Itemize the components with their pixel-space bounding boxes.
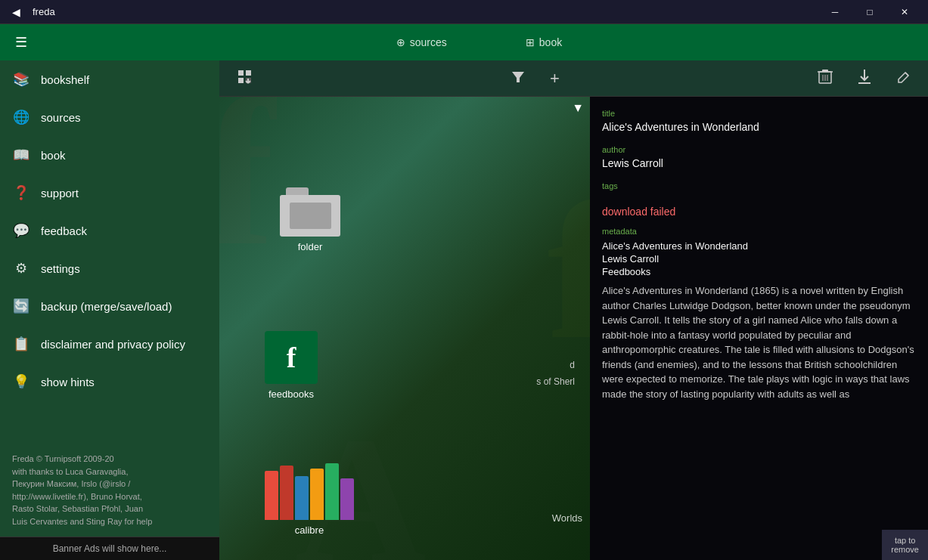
meta-book-author: Lewis Carroll xyxy=(602,253,916,265)
calibre-label: calibre xyxy=(295,524,324,536)
author-label: author xyxy=(602,145,916,154)
tap-to-remove-button[interactable]: tap to remove xyxy=(882,530,928,560)
maximize-button[interactable]: □ xyxy=(852,0,887,24)
svg-rect-2 xyxy=(246,70,251,76)
back-button[interactable]: ◀ xyxy=(6,3,26,21)
sources-nav-icon: ⊕ xyxy=(396,36,405,48)
sidebar-bookshelf-label: bookshelf xyxy=(41,73,89,86)
bookshelf-icon: 📚 xyxy=(12,71,30,88)
sidebar-disclaimer-label: disclaimer and privacy policy xyxy=(41,338,185,351)
app-title: freda xyxy=(33,6,55,17)
app-header: ☰ ⊕ sources ⊞ book xyxy=(0,24,928,60)
banner-text: Banner Ads will show here... xyxy=(53,543,167,554)
tags-label: tags xyxy=(602,181,916,190)
content-area: + xyxy=(219,60,928,560)
title-value: Alice's Adventures in Wonderland xyxy=(602,121,916,133)
folder-label: folder xyxy=(298,241,323,252)
window-controls: ─ □ ✕ xyxy=(818,0,922,24)
sidebar-book-label: book xyxy=(41,149,66,162)
svg-line-16 xyxy=(905,73,908,76)
sidebar-item-disclaimer[interactable]: 📋 disclaimer and privacy policy xyxy=(0,325,219,363)
sidebar-item-feedback[interactable]: 💬 feedback xyxy=(0,212,219,249)
content-toolbar: + xyxy=(219,60,928,97)
header-nav: ⊕ sources ⊞ book xyxy=(39,30,919,54)
book-nav-icon: ⊞ xyxy=(526,36,535,48)
banner-area: Banner Ads will show here... xyxy=(0,537,219,560)
book-list-item-2[interactable]: s of Sherl xyxy=(536,376,575,387)
minimize-button[interactable]: ─ xyxy=(818,0,852,24)
author-value: Lewis Carroll xyxy=(602,157,916,169)
hamburger-menu-button[interactable]: ☰ xyxy=(9,28,33,57)
sidebar-support-label: support xyxy=(41,187,79,200)
feedbooks-icon: f xyxy=(265,331,318,384)
feedback-icon: 💬 xyxy=(12,222,30,239)
edit-button[interactable] xyxy=(889,64,919,92)
sources-nav-label: sources xyxy=(410,36,447,48)
title-bar: ◀ freda ─ □ ✕ xyxy=(0,0,928,24)
download-button[interactable] xyxy=(849,63,880,93)
sidebar-item-bookshelf[interactable]: 📚 bookshelf xyxy=(0,60,219,98)
sidebar-backup-label: backup (merge/save/load) xyxy=(41,300,172,313)
hints-icon: 💡 xyxy=(12,373,30,390)
scroll-down-indicator[interactable]: ▼ xyxy=(572,101,584,115)
svg-rect-10 xyxy=(822,70,828,72)
disclaimer-icon: 📋 xyxy=(12,336,30,352)
sidebar-item-book[interactable]: 📖 book xyxy=(0,136,219,174)
svg-rect-1 xyxy=(238,78,244,83)
main-layout: 📚 bookshelf 🌐 sources 📖 book ❓ support 💬… xyxy=(0,60,928,560)
book-nav-item[interactable]: ⊞ book xyxy=(517,30,571,54)
add-button[interactable]: + xyxy=(542,64,567,93)
book-nav-label: book xyxy=(539,36,562,48)
settings-icon: ⚙ xyxy=(12,260,30,277)
sidebar-sources-label: sources xyxy=(41,111,81,124)
worlds-text: Worlds xyxy=(552,512,582,524)
metadata-panel: title Alice's Adventures in Wonderland a… xyxy=(590,97,928,560)
download-status: download failed xyxy=(602,206,916,218)
sidebar-item-settings[interactable]: ⚙ settings xyxy=(0,249,219,287)
sidebar-item-backup[interactable]: 🔄 backup (merge/save/load) xyxy=(0,287,219,325)
delete-button[interactable] xyxy=(810,63,840,93)
sidebar: 📚 bookshelf 🌐 sources 📖 book ❓ support 💬… xyxy=(0,60,219,560)
folder-source-item[interactable]: folder xyxy=(280,187,340,252)
svg-rect-0 xyxy=(238,70,244,76)
filter-button[interactable] xyxy=(503,64,533,92)
backup-icon: 🔄 xyxy=(12,298,30,314)
title-label: title xyxy=(602,109,916,118)
sidebar-item-hints[interactable]: 💡 show hints xyxy=(0,363,219,401)
feedbooks-source-item[interactable]: f feedbooks xyxy=(265,331,318,400)
sidebar-hints-label: show hints xyxy=(41,376,95,388)
sidebar-footer: Freda © Turnipsoft 2009-20 with thanks t… xyxy=(0,444,219,537)
meta-book-title: Alice's Adventures in Wonderland xyxy=(602,240,916,252)
book-icon: 📖 xyxy=(12,147,30,163)
calibre-source-item[interactable]: calibre xyxy=(265,467,354,536)
book-item-text-1: d xyxy=(570,360,575,370)
import-button[interactable] xyxy=(228,63,260,93)
book-grid: f f A ▼ d s of Sherl xyxy=(219,97,928,560)
book-list-item-1[interactable]: d xyxy=(570,360,575,370)
support-icon: ❓ xyxy=(12,184,30,201)
sidebar-settings-label: settings xyxy=(41,262,80,275)
calibre-icon xyxy=(265,467,354,520)
sidebar-feedback-label: feedback xyxy=(41,224,87,237)
sources-icon: 🌐 xyxy=(12,109,30,125)
footer-text: Freda © Turnipsoft 2009-20 with thanks t… xyxy=(12,454,152,526)
sidebar-item-support[interactable]: ❓ support xyxy=(0,174,219,212)
sidebar-item-sources[interactable]: 🌐 sources xyxy=(0,98,219,136)
meta-book-source: Feedbooks xyxy=(602,266,916,277)
title-bar-left: ◀ freda xyxy=(6,3,55,21)
feedbooks-label: feedbooks xyxy=(268,388,314,400)
meta-description: Alice's Adventures in Wonderland (1865) … xyxy=(602,283,916,401)
tap-remove-text: tap to remove xyxy=(891,536,919,554)
book-item-text-2: s of Sherl xyxy=(536,376,575,387)
folder-icon xyxy=(280,187,340,237)
svg-marker-7 xyxy=(512,72,524,82)
book-thumbnails: f f A ▼ d s of Sherl xyxy=(219,97,590,560)
close-button[interactable]: ✕ xyxy=(887,0,922,24)
feedbooks-letter: f xyxy=(287,341,296,374)
metadata-section-label: metadata xyxy=(602,227,916,236)
sources-nav-item[interactable]: ⊕ sources xyxy=(387,30,456,54)
